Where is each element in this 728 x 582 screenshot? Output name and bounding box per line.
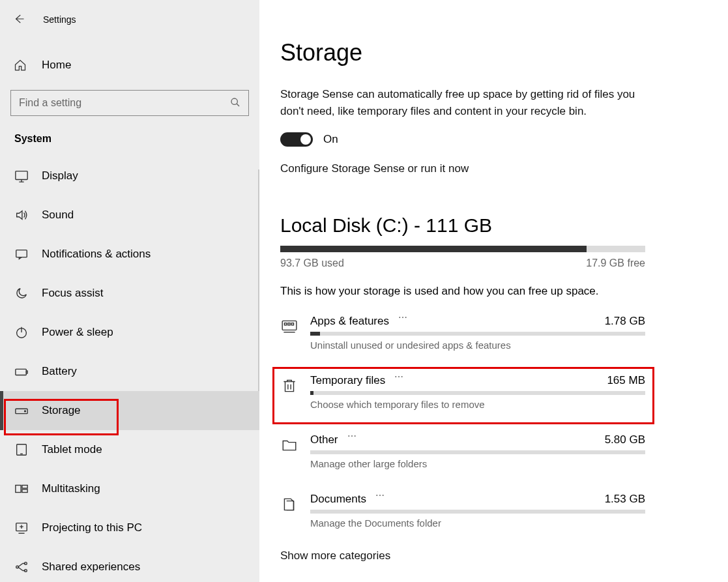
svg-point-7 bbox=[25, 411, 26, 412]
sidebar-item-multitasking[interactable]: Multitasking bbox=[0, 469, 259, 508]
main-panel: Storage Storage Sense can automatically … bbox=[259, 0, 728, 582]
sidebar-item-storage[interactable]: Storage bbox=[0, 391, 259, 430]
search-input[interactable]: Find a setting bbox=[10, 90, 249, 116]
category-name: Apps & features bbox=[310, 315, 389, 328]
disk-usage-fill bbox=[280, 246, 587, 252]
usage-desc: This is how your storage is used and how… bbox=[280, 285, 702, 298]
category-apps-features[interactable]: Apps & features 1.78 GB Uninstall unused… bbox=[280, 312, 645, 353]
toggle-state-label: On bbox=[323, 133, 338, 146]
battery-icon bbox=[14, 364, 29, 379]
configure-storage-sense-link[interactable]: Configure Storage Sense or run it now bbox=[280, 162, 469, 175]
category-bar bbox=[310, 510, 645, 514]
sidebar-item-focus-assist[interactable]: Focus assist bbox=[0, 274, 259, 313]
app-title: Settings bbox=[43, 14, 76, 25]
sidebar-home[interactable]: Home bbox=[0, 47, 259, 83]
storage-sense-desc: Storage Sense can automatically free up … bbox=[280, 86, 645, 119]
disk-usage-bar bbox=[280, 246, 645, 252]
moon-icon bbox=[14, 286, 29, 300]
sidebar-item-label: Shared experiences bbox=[42, 560, 140, 574]
category-other[interactable]: Other 5.80 GB Manage other large folders bbox=[280, 431, 645, 472]
category-bar bbox=[310, 332, 645, 336]
home-label: Home bbox=[42, 59, 71, 72]
monitor-icon bbox=[14, 169, 29, 183]
disk-values: 93.7 GB used 17.9 GB free bbox=[280, 257, 645, 269]
category-name: Documents bbox=[310, 493, 366, 506]
category-sub: Uninstall unused or undesired apps & fea… bbox=[310, 340, 645, 351]
category-sub: Manage the Documents folder bbox=[310, 517, 645, 529]
sidebar-item-label: Notifications & actions bbox=[42, 248, 151, 261]
svg-rect-10 bbox=[22, 486, 27, 489]
svg-rect-18 bbox=[288, 323, 290, 325]
settings-sidebar: Settings Home Find a setting System Disp… bbox=[0, 0, 259, 582]
sidebar-item-tablet[interactable]: Tablet mode bbox=[0, 430, 259, 469]
apps-icon bbox=[280, 317, 298, 336]
search-icon bbox=[230, 97, 240, 109]
sidebar-item-battery[interactable]: Battery bbox=[0, 352, 259, 391]
sidebar-item-shared[interactable]: Shared experiences bbox=[0, 547, 259, 582]
notifications-icon bbox=[14, 247, 29, 261]
sidebar-item-label: Power & sleep bbox=[42, 326, 113, 339]
drive-icon bbox=[14, 403, 29, 418]
disk-title: Local Disk (C:) - 111 GB bbox=[280, 214, 702, 237]
storage-sense-toggle[interactable] bbox=[280, 132, 313, 147]
svg-point-13 bbox=[16, 566, 19, 568]
show-more-categories-link[interactable]: Show more categories bbox=[280, 549, 390, 562]
disk-used: 93.7 GB used bbox=[280, 257, 344, 269]
category-temporary-files[interactable]: Temporary files 165 MB Choose which temp… bbox=[280, 371, 645, 413]
svg-rect-11 bbox=[22, 489, 27, 493]
storage-sense-toggle-row: On bbox=[280, 132, 702, 147]
home-icon bbox=[13, 59, 27, 72]
svg-point-0 bbox=[231, 98, 237, 104]
multitask-icon bbox=[14, 482, 29, 496]
category-documents[interactable]: Documents 1.53 GB Manage the Documents f… bbox=[280, 490, 645, 531]
project-icon bbox=[14, 521, 29, 535]
sidebar-item-display[interactable]: Display bbox=[0, 156, 259, 196]
sound-icon bbox=[14, 208, 29, 222]
folder-icon bbox=[280, 436, 298, 454]
category-bar bbox=[310, 450, 645, 454]
tablet-icon bbox=[14, 443, 29, 457]
header-row: Settings bbox=[0, 7, 259, 33]
svg-rect-17 bbox=[284, 323, 286, 325]
sidebar-item-sound[interactable]: Sound bbox=[0, 196, 259, 235]
sidebar-item-notifications[interactable]: Notifications & actions bbox=[0, 235, 259, 274]
search-placeholder: Find a setting bbox=[19, 97, 81, 109]
category-size: 1.78 GB bbox=[605, 315, 645, 328]
svg-rect-9 bbox=[16, 486, 21, 493]
category-bar bbox=[310, 391, 645, 395]
documents-icon bbox=[280, 495, 298, 514]
loading-spinner-icon bbox=[347, 436, 363, 444]
category-name: Temporary files bbox=[310, 374, 385, 387]
sidebar-item-label: Projecting to this PC bbox=[42, 521, 142, 534]
category-size: 5.80 GB bbox=[605, 433, 645, 446]
svg-rect-5 bbox=[26, 371, 27, 373]
svg-rect-1 bbox=[16, 171, 27, 180]
trash-icon bbox=[280, 377, 298, 395]
sidebar-item-projecting[interactable]: Projecting to this PC bbox=[0, 508, 259, 547]
category-size: 1.53 GB bbox=[605, 493, 645, 506]
svg-point-14 bbox=[25, 562, 27, 565]
svg-rect-19 bbox=[291, 323, 293, 325]
category-size: 165 MB bbox=[607, 374, 645, 387]
disk-free: 17.9 GB free bbox=[586, 257, 645, 269]
sidebar-item-power[interactable]: Power & sleep bbox=[0, 313, 259, 352]
section-label: System bbox=[14, 133, 259, 145]
share-icon bbox=[14, 560, 29, 574]
category-name: Other bbox=[310, 433, 338, 446]
back-icon[interactable] bbox=[13, 13, 25, 27]
sidebar-item-label: Battery bbox=[42, 365, 77, 378]
power-icon bbox=[14, 325, 29, 340]
loading-spinner-icon bbox=[398, 317, 414, 325]
sidebar-item-label: Multitasking bbox=[42, 482, 100, 495]
sidebar-item-label: Tablet mode bbox=[42, 443, 102, 456]
sidebar-item-label: Sound bbox=[42, 209, 74, 222]
loading-spinner-icon bbox=[394, 377, 410, 385]
sidebar-item-label: Focus assist bbox=[42, 287, 103, 300]
sidebar-item-label: Storage bbox=[42, 404, 81, 417]
loading-spinner-icon bbox=[375, 495, 391, 503]
sidebar-item-label: Display bbox=[42, 169, 78, 182]
svg-rect-4 bbox=[16, 369, 27, 375]
category-sub: Choose which temporary files to remove bbox=[310, 399, 645, 410]
svg-rect-2 bbox=[16, 250, 27, 257]
category-sub: Manage other large folders bbox=[310, 458, 645, 469]
